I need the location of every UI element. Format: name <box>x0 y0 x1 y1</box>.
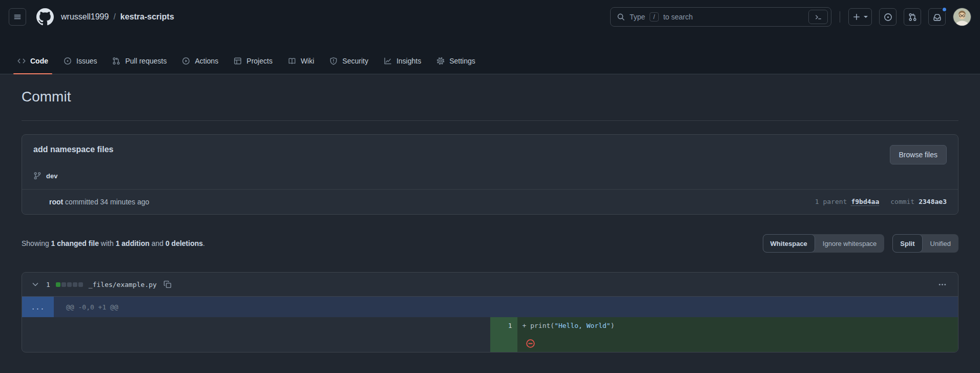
command-palette-button[interactable] <box>808 10 828 24</box>
parent-sha-link[interactable]: f9bd4aa <box>851 198 879 206</box>
collapse-file-button[interactable] <box>30 279 40 289</box>
slash-key-hint: / <box>650 12 658 22</box>
tab-pull-requests[interactable]: Pull requests <box>107 48 172 74</box>
committer-name: root <box>49 198 63 206</box>
breadcrumb-separator: / <box>113 12 115 22</box>
diff-left-pane <box>22 317 490 352</box>
search-placeholder-prefix: Type <box>630 13 645 21</box>
tab-insights[interactable]: Insights <box>379 48 426 74</box>
tab-code[interactable]: Code <box>12 48 53 74</box>
tab-settings[interactable]: Settings <box>431 48 481 74</box>
string-literal: "Hello, World" <box>554 322 611 329</box>
changed-files-summary: Showing 1 changed file with 1 addition a… <box>22 239 205 247</box>
tab-actions[interactable]: Actions <box>177 48 223 74</box>
copy-path-button[interactable] <box>162 279 173 289</box>
file-path[interactable]: _files/example.py <box>89 281 157 288</box>
unified-view-button[interactable]: Unified <box>923 234 958 253</box>
diff-hunk-row: ... @@ -0,0 +1 @@ <box>22 297 958 317</box>
page-title: Commit <box>22 89 958 105</box>
unread-notification-dot <box>942 7 947 12</box>
breadcrumb-repo[interactable]: kestra-scripts <box>120 12 174 22</box>
tab-wiki[interactable]: Wiki <box>283 48 319 74</box>
tab-code-label: Code <box>30 57 48 65</box>
tab-projects-label: Projects <box>246 57 273 65</box>
commit-card: add namespace files Browse files dev roo… <box>22 134 958 215</box>
diffstat-addition-block <box>56 282 60 287</box>
issues-dashboard-button[interactable] <box>879 8 896 26</box>
diff-file-card: 1 _files/example.py ... @@ -0,0 +1 @@ <box>22 272 958 353</box>
avatar[interactable] <box>953 8 971 26</box>
commit-sha-info: 1 parent f9bd4aa commit 2348ae3 <box>815 198 947 206</box>
breadcrumb: wrussell1999 / kestra-scripts <box>61 12 174 22</box>
diffstat-neutral-block <box>73 282 77 287</box>
tab-issues-label: Issues <box>76 57 97 65</box>
hamburger-icon <box>13 13 22 21</box>
global-header: wrussell1999 / kestra-scripts Type / to … <box>0 0 980 34</box>
inbox-button[interactable] <box>928 8 946 26</box>
tab-projects[interactable]: Projects <box>228 48 278 74</box>
expand-hunk-button[interactable]: ... <box>22 297 54 317</box>
line-number[interactable]: 1 <box>490 317 517 335</box>
committed-time: committed 34 minutes ago <box>63 198 149 206</box>
diff-line-number-gutter: 1 <box>490 317 517 352</box>
shield-icon <box>329 57 338 65</box>
file-additions-count: 1 <box>46 281 50 288</box>
tab-settings-label: Settings <box>449 57 475 65</box>
chevron-down-icon <box>31 280 39 288</box>
browse-files-button[interactable]: Browse files <box>890 145 947 164</box>
git-pull-request-icon <box>112 57 120 65</box>
issue-opened-icon <box>884 13 892 22</box>
inbox-icon <box>933 13 942 22</box>
branch-name[interactable]: dev <box>46 172 57 180</box>
search-icon <box>617 13 625 21</box>
added-code-line: + print("Hello, World") <box>517 317 958 335</box>
tab-security-label: Security <box>342 57 368 65</box>
copy-icon <box>163 280 172 288</box>
commit-meta-row: root committed 34 minutes ago 1 parent f… <box>22 189 958 214</box>
code-icon <box>17 57 26 65</box>
create-new-button[interactable] <box>848 8 872 26</box>
commit-sha: 2348ae3 <box>919 198 947 205</box>
table-icon <box>234 57 242 65</box>
pull-requests-dashboard-button[interactable] <box>904 8 921 26</box>
hunk-header: @@ -0,0 +1 @@ <box>54 297 118 317</box>
no-newline-icon <box>526 339 535 348</box>
no-newline-row <box>517 335 958 352</box>
diff-file-header: 1 _files/example.py <box>22 273 958 297</box>
commit-branch-row: dev <box>22 168 958 189</box>
tab-wiki-label: Wiki <box>301 57 314 65</box>
book-icon <box>288 57 296 65</box>
kebab-horizontal-icon <box>938 280 947 289</box>
search-placeholder-suffix: to search <box>663 13 693 21</box>
parent-label: 1 parent <box>815 198 847 205</box>
whitespace-button[interactable]: Whitespace <box>763 234 815 253</box>
plus-icon <box>852 13 861 21</box>
split-view-button[interactable]: Split <box>892 234 922 253</box>
diff-code-column: + print("Hello, World") <box>517 317 958 352</box>
search-input[interactable]: Type / to search <box>610 7 831 27</box>
github-logo[interactable] <box>36 8 54 26</box>
deletions-count: 0 deletions <box>165 239 203 247</box>
whitespace-toggle-group: Whitespace Ignore whitespace <box>763 234 885 253</box>
page-header: Commit <box>22 89 958 121</box>
file-options-button[interactable] <box>935 278 950 291</box>
diffstat-neutral-block <box>67 282 72 287</box>
tab-issues[interactable]: Issues <box>58 48 102 74</box>
tab-security[interactable]: Security <box>324 48 373 74</box>
terminal-icon <box>815 13 822 21</box>
hamburger-menu-button[interactable] <box>9 8 26 26</box>
git-pull-request-icon <box>908 13 917 22</box>
graph-icon <box>384 57 392 65</box>
split-diff: 1 + print("Hello, World") <box>22 317 958 352</box>
commit-card-top: add namespace files Browse files <box>22 135 958 168</box>
issue-opened-icon <box>64 57 72 65</box>
tab-insights-label: Insights <box>397 57 421 65</box>
breadcrumb-owner[interactable]: wrussell1999 <box>61 12 109 22</box>
ignore-whitespace-button[interactable]: Ignore whitespace <box>815 234 885 253</box>
diffstat-blocks <box>56 282 83 287</box>
changed-files-count: 1 changed file <box>51 239 99 247</box>
diffstat-neutral-block <box>61 282 66 287</box>
diff-summary-row: Showing 1 changed file with 1 addition a… <box>22 232 958 255</box>
play-icon <box>182 57 190 65</box>
additions-count: 1 addition <box>116 239 150 247</box>
